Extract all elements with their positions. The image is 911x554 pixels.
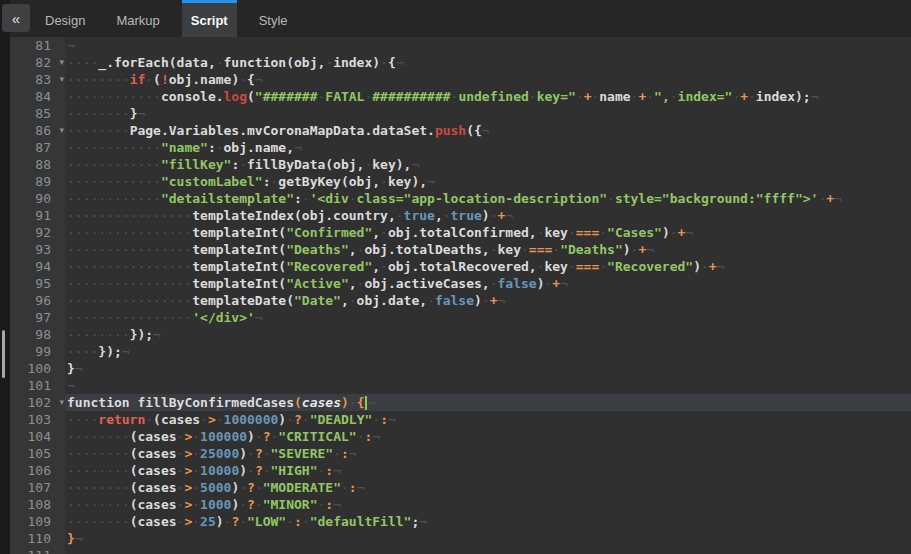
code-text: ········(cases·>·25)·?·"LOW"·:·"defaultF… bbox=[65, 513, 911, 530]
code-line-106[interactable]: 106········(cases·>·10000)·?·"HIGH"·:¬ bbox=[10, 462, 911, 479]
token: "name" bbox=[161, 140, 208, 155]
token: } bbox=[67, 361, 75, 376]
token: (cases bbox=[130, 429, 177, 444]
code-line-90[interactable]: 90············"detailstemplate":·'<div·c… bbox=[10, 190, 911, 207]
token: getByKey(obj, bbox=[278, 174, 380, 189]
line-number: 86▾ bbox=[10, 122, 65, 139]
fold-toggle-icon[interactable]: ▾ bbox=[59, 72, 64, 87]
code-line-86[interactable]: 86▾········Page.Variables.mvCoronaMapDat… bbox=[10, 122, 911, 139]
whitespace-dots: · bbox=[263, 463, 271, 478]
code-line-85[interactable]: 85········}¬ bbox=[10, 105, 911, 122]
whitespace-dots: · bbox=[482, 293, 490, 308]
tab-style[interactable]: Style bbox=[250, 0, 297, 37]
whitespace-dots: · bbox=[200, 412, 208, 427]
whitespace-dots: · bbox=[568, 225, 576, 240]
code-line-93[interactable]: 93················templateInt("Deaths",·… bbox=[10, 241, 911, 258]
code-line-111[interactable]: 111¬ bbox=[10, 547, 911, 554]
token: ) bbox=[623, 242, 631, 257]
code-line-99[interactable]: 99····});¬ bbox=[10, 343, 911, 360]
whitespace-dots: · bbox=[145, 412, 153, 427]
eol-mark: ¬ bbox=[427, 174, 435, 189]
token: ) bbox=[239, 463, 247, 478]
scrollbar-thumb[interactable] bbox=[2, 330, 5, 378]
whitespace-dots: · bbox=[302, 412, 310, 427]
whitespace-dots: · bbox=[646, 89, 654, 104]
eol-mark: ¬ bbox=[834, 191, 842, 206]
code-line-104[interactable]: 104········(cases·>·100000)·?·"CRITICAL"… bbox=[10, 428, 911, 445]
whitespace-dots: ···· bbox=[67, 55, 98, 70]
token: "MINOR" bbox=[263, 497, 318, 512]
token: templateInt( bbox=[192, 242, 286, 257]
code-line-81[interactable]: 81¬ bbox=[10, 37, 911, 54]
tab-design[interactable]: Design bbox=[36, 0, 94, 37]
whitespace-dots: · bbox=[255, 480, 263, 495]
whitespace-dots: ········ bbox=[67, 446, 130, 461]
fold-toggle-icon[interactable]: ▾ bbox=[59, 123, 64, 138]
code-line-87[interactable]: 87············"name":·obj.name,¬ bbox=[10, 139, 911, 156]
token: ({ bbox=[466, 123, 482, 138]
token: index) bbox=[333, 55, 380, 70]
whitespace-dots: ········ bbox=[67, 514, 130, 529]
token: key), bbox=[388, 174, 427, 189]
fold-toggle-icon[interactable]: ▾ bbox=[59, 55, 64, 70]
line-number: 96 bbox=[10, 292, 65, 309]
eol-mark: ¬ bbox=[685, 225, 693, 240]
line-number: 99 bbox=[10, 343, 65, 360]
whitespace-dots: · bbox=[529, 89, 537, 104]
code-text: }¬ bbox=[65, 530, 911, 547]
token: (cases bbox=[130, 514, 177, 529]
whitespace-dots: ········ bbox=[67, 106, 130, 121]
code-line-83[interactable]: 83▾········if·(!obj.name)·{¬ bbox=[10, 71, 911, 88]
token: 25000 bbox=[200, 446, 239, 461]
eol-mark: ¬ bbox=[367, 395, 375, 410]
eol-mark: ¬ bbox=[717, 259, 725, 274]
code-line-107[interactable]: 107········(cases·>·5000)·?·"MODERATE"·:… bbox=[10, 479, 911, 496]
code-line-102[interactable]: 102▾function·fillByConfirmedCases(cases)… bbox=[10, 394, 911, 411]
token: function(obj, bbox=[224, 55, 326, 70]
code-line-89[interactable]: 89············"customLabel":·getByKey(ob… bbox=[10, 173, 911, 190]
code-line-103[interactable]: 103····return·(cases·>·1000000)·?·"DEADL… bbox=[10, 411, 911, 428]
whitespace-dots: · bbox=[192, 514, 200, 529]
code-line-100[interactable]: 100}¬ bbox=[10, 360, 911, 377]
code-text: function·fillByConfirmedCases(cases)·{¬ bbox=[65, 394, 911, 411]
token: ) bbox=[693, 259, 701, 274]
code-line-94[interactable]: 94················templateInt("Recovered… bbox=[10, 258, 911, 275]
code-line-110[interactable]: 110}¬ bbox=[10, 530, 911, 547]
code-line-91[interactable]: 91················templateIndex(obj.coun… bbox=[10, 207, 911, 224]
line-number: 105 bbox=[10, 445, 65, 462]
tab-markup[interactable]: Markup bbox=[107, 0, 168, 37]
code-line-97[interactable]: 97················'</div>'¬ bbox=[10, 309, 911, 326]
code-line-92[interactable]: 92················templateInt("Confirmed… bbox=[10, 224, 911, 241]
code-text: ················templateInt("Active",·ob… bbox=[65, 275, 911, 292]
code-line-105[interactable]: 105········(cases·>·25000)·?·"SEVERE"·:¬ bbox=[10, 445, 911, 462]
code-text: ········(cases·>·100000)·?·"CRITICAL"·:¬ bbox=[65, 428, 911, 445]
code-line-95[interactable]: 95················templateInt("Active",·… bbox=[10, 275, 911, 292]
whitespace-dots: · bbox=[576, 89, 584, 104]
tab-script[interactable]: Script bbox=[182, 0, 237, 37]
fold-toggle-icon[interactable]: ▾ bbox=[59, 395, 64, 410]
whitespace-dots: ···· bbox=[67, 412, 98, 427]
whitespace-dots: · bbox=[216, 55, 224, 70]
token: + bbox=[740, 89, 748, 104]
token: 1000 bbox=[200, 497, 231, 512]
whitespace-dots: · bbox=[255, 429, 263, 444]
code-line-101[interactable]: 101¬ bbox=[10, 377, 911, 394]
token: Page.Variables.mvCoronaMapData.dataSet. bbox=[130, 123, 435, 138]
token: ) bbox=[278, 412, 286, 427]
code-line-96[interactable]: 96················templateDate("Date",·o… bbox=[10, 292, 911, 309]
collapse-panel-button[interactable]: « bbox=[2, 4, 30, 32]
code-text: ············"detailstemplate":·'<div·cla… bbox=[65, 190, 911, 207]
token: : bbox=[294, 514, 302, 529]
code-line-98[interactable]: 98········});¬ bbox=[10, 326, 911, 343]
code-line-84[interactable]: 84············console.log("#######·FATAL… bbox=[10, 88, 911, 105]
token: ( bbox=[153, 72, 161, 87]
code-line-88[interactable]: 88············"fillKey":·fillByData(obj,… bbox=[10, 156, 911, 173]
whitespace-dots: ················ bbox=[67, 242, 192, 257]
code-line-82[interactable]: 82▾····_.forEach(data,·function(obj,·ind… bbox=[10, 54, 911, 71]
code-line-109[interactable]: 109········(cases·>·25)·?·"LOW"·:·"defau… bbox=[10, 513, 911, 530]
code-line-108[interactable]: 108········(cases·>·1000)·?·"MINOR"·:¬ bbox=[10, 496, 911, 513]
whitespace-dots: · bbox=[239, 72, 247, 87]
whitespace-dots: ················ bbox=[67, 276, 192, 291]
script-code-editor[interactable]: 81¬82▾····_.forEach(data,·function(obj,·… bbox=[10, 37, 911, 554]
token: "defaultFill" bbox=[310, 514, 412, 529]
